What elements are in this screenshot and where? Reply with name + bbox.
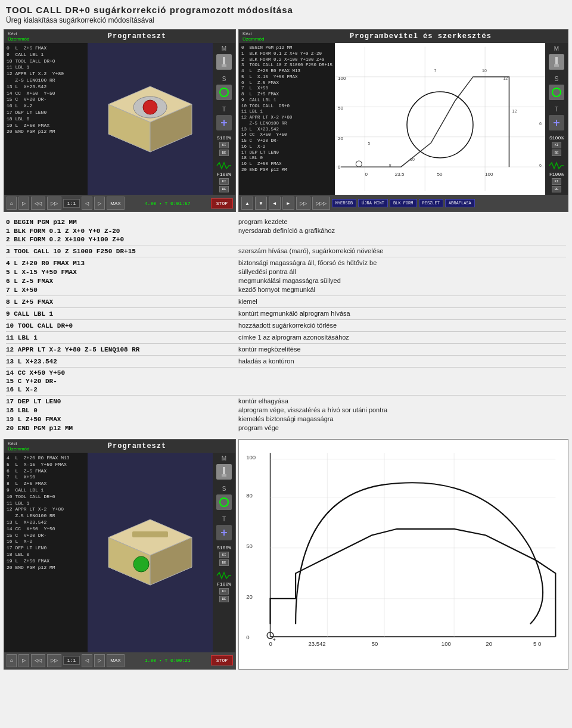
bottom-be-btn2[interactable]: BE [219, 596, 228, 602]
right-reszlet-btn[interactable]: RÉSZLET [419, 199, 443, 207]
bottom-nav-prev[interactable]: ◁ [82, 654, 92, 667]
explain-row-16: 16 L X-2 [6, 386, 566, 393]
explain-text-10: hozzáadott sugárkorrekció törlése [238, 322, 337, 329]
bottom-nav-ff[interactable]: ▷▷ [47, 654, 61, 667]
explain-code-15: 15 C Y+20 DR- [6, 378, 232, 385]
right-nav-ff[interactable]: ▷▷ [296, 197, 310, 210]
bottom-be-btn1[interactable]: BE [219, 559, 228, 566]
left-be-btn1[interactable]: BE [219, 150, 228, 156]
left-stop-btn[interactable]: STOP [211, 198, 233, 209]
explain-code-0: 0 BEGIN PGM p12 MM [6, 219, 232, 226]
right-ujra-mint-btn[interactable]: ÚJRA MINT [358, 199, 388, 207]
bottom-speed1-ctrl: S100% KI BE [217, 545, 231, 566]
right-s-icon: S [555, 76, 559, 82]
svg-text:5: 5 [368, 141, 370, 145]
svg-text:100: 100 [485, 172, 493, 177]
left-ki-btn2[interactable]: KI [219, 178, 228, 185]
left-t-svg [219, 117, 229, 128]
separator-7 [6, 295, 566, 296]
right-ki-btn1[interactable]: KI [552, 142, 561, 148]
left-nav-rewind[interactable]: ◁◁ [31, 197, 45, 210]
bottom-s-svg [219, 497, 229, 508]
right-nav-left[interactable]: ◄ [269, 197, 281, 210]
svg-point-50 [220, 498, 228, 506]
right-contour-svg: 0 23.5 50 100 0 20 50 100 12 12 10 7 5 8… [335, 43, 545, 195]
left-speed1-ctrl: S100% KI BE [217, 135, 231, 156]
left-spindle-svg [218, 56, 230, 68]
left-panel-header: Kézi Üzemmód Programteszt [4, 30, 235, 43]
left-nav-next[interactable]: ▷ [94, 197, 105, 210]
bottom-nav-next[interactable]: ▷ [94, 654, 105, 667]
separator-9 [6, 319, 566, 320]
svg-rect-7 [222, 64, 226, 67]
right-code-area: 0 BEGIN PGM p12 MM 1 BLK FORM 0.1 Z X+0 … [239, 43, 335, 195]
explain-row-6: 6 L Z-5 FMAXmegmunkálási magasságra süll… [6, 277, 566, 285]
left-nav-ff[interactable]: ▷▷ [47, 197, 61, 210]
bottom-stop-btn[interactable]: STOP [211, 655, 233, 665]
svg-text:6: 6 [539, 163, 542, 167]
bottom-nav-rewind[interactable]: ◁◁ [31, 654, 45, 667]
bottom-nav-max[interactable]: MAX [107, 654, 124, 667]
svg-text:100: 100 [338, 76, 346, 81]
svg-text:+: + [273, 637, 276, 643]
bottom-ki-btn2[interactable]: KI [219, 588, 228, 595]
explain-row-9: 9 CALL LBL 1kontúrt megmunkáló alprogram… [6, 310, 566, 318]
explain-code-19: 19 L Z+50 FMAX [6, 416, 232, 423]
left-be-btn2[interactable]: BE [219, 186, 228, 192]
explain-code-13: 13 L X+23.542 [6, 358, 232, 365]
svg-text:23.542: 23.542 [308, 640, 325, 647]
right-ki-btn2[interactable]: KI [552, 178, 561, 185]
svg-text:50: 50 [338, 105, 343, 111]
left-panel-body: 0 L Z+S FMAX 9 CALL LBL 1 10 TOOL CALL D… [4, 43, 235, 195]
right-wave-icon [548, 161, 565, 170]
right-be-btn2[interactable]: BE [552, 186, 561, 192]
svg-rect-49 [222, 474, 226, 477]
bottom-speed1-label: S100% [217, 545, 231, 550]
right-speed2-ctrl: F100% KI BE [548, 161, 565, 192]
bottom-ki-btn1[interactable]: KI [219, 552, 228, 558]
right-m-icon: M [554, 45, 559, 52]
right-nyersdb-btn[interactable]: NYERSDB [332, 199, 356, 207]
explain-row-13: 13 L X+23.542haladás a kontúron [6, 357, 566, 365]
explain-rows: 0 BEGIN PGM p12 MMprogram kezdete1 BLK F… [6, 218, 566, 432]
bottom-nav-home[interactable]: ⌂ [7, 654, 17, 667]
separator-2 [6, 245, 566, 245]
bottom-left-3d-view [88, 453, 213, 652]
right-nav-down[interactable]: ▼ [255, 197, 267, 210]
explain-code-12: 12 APPR LT X-2 Y+80 Z-5 LENQ108 RR [6, 346, 232, 353]
explain-text-6: megmunkálási magasságra süllyed [238, 277, 341, 284]
left-ki-btn1[interactable]: KI [219, 142, 228, 148]
right-be-btn1[interactable]: BE [552, 150, 561, 156]
left-nav-home[interactable]: ⌂ [7, 197, 17, 210]
explain-code-1: 1 BLK FORM 0.1 Z X+0 Y+0 Z-20 [6, 228, 232, 235]
explain-text-0: program kezdete [238, 218, 288, 225]
svg-rect-47 [132, 531, 168, 537]
left-s-svg [219, 87, 229, 98]
right-abrazlasa-btn[interactable]: ABRAFLÁSA [445, 199, 475, 207]
bottom-chart-svg: 0 20 50 80 100 0 23.542 50 100 20 5 0 [245, 446, 562, 663]
svg-text:20: 20 [486, 640, 492, 647]
explain-text-18: alprogram vége, visszatérés a hívó sor u… [238, 406, 387, 413]
svg-text:10: 10 [482, 69, 487, 73]
bottom-row: Kézi Üzemmód Programteszt 4 L Z+20 R0 FM… [0, 437, 572, 672]
bottom-left-3d-svg [91, 499, 210, 606]
svg-text:10: 10 [410, 157, 415, 161]
left-nav-prev[interactable]: ◁ [82, 197, 92, 210]
right-speed1-label: S100% [549, 135, 564, 141]
right-nav-right[interactable]: ► [282, 197, 294, 210]
right-nav-up[interactable]: ▲ [241, 197, 253, 210]
left-time-display: 4.00 • T 0:01:57 [145, 201, 191, 206]
right-speed1-ctrl: S100% KI BE [549, 135, 564, 156]
right-right-controls: M S T [545, 43, 568, 195]
left-nav-max[interactable]: MAX [107, 197, 124, 210]
right-spindle-svg [551, 56, 562, 68]
explain-row-5: 5 L X-15 Y+50 FMAXsüllyedési pontra áll [6, 268, 566, 276]
right-blk-form-btn[interactable]: BLK FORM [390, 199, 417, 207]
left-nav-play[interactable]: ▷ [18, 197, 29, 210]
bottom-s-icon: S [222, 486, 226, 492]
right-nav-max[interactable]: ▷▷▷ [312, 197, 330, 210]
svg-text:20: 20 [246, 593, 253, 600]
separator-12 [6, 355, 566, 356]
bottom-nav-play[interactable]: ▷ [18, 654, 29, 667]
explain-code-9: 9 CALL LBL 1 [6, 310, 232, 318]
